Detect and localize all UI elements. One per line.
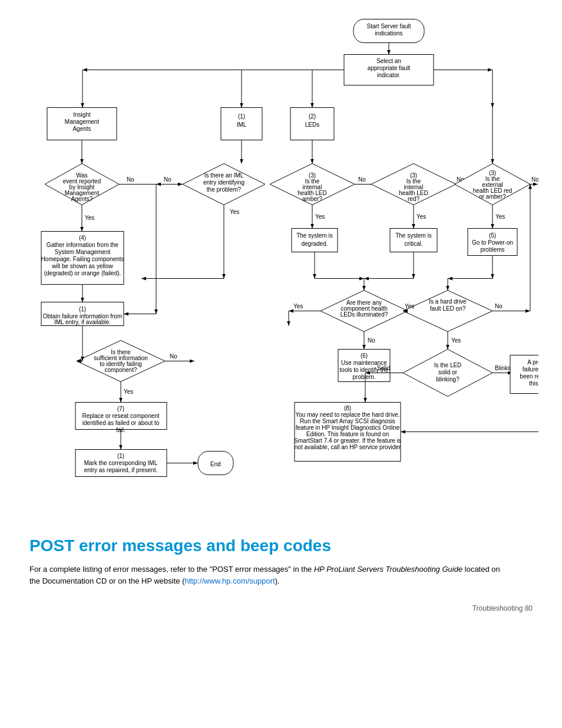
svg-text:Select an: Select an [376, 58, 401, 64]
svg-text:Run the Smart Array SCSI diagn: Run the Smart Array SCSI diagnosis [300, 418, 395, 424]
svg-text:not available, call an HP serv: not available, call an HP service provid… [295, 444, 401, 450]
post-body: For a complete listing of error messages… [29, 564, 513, 587]
svg-text:No: No [531, 176, 538, 183]
svg-text:IML entry, if available.: IML entry, if available. [54, 319, 111, 325]
svg-text:(6): (6) [361, 353, 368, 359]
page: text { font-family: Arial, sans-serif; f… [0, 0, 562, 636]
svg-text:Agents: Agents [72, 126, 91, 132]
svg-text:No: No [495, 303, 503, 309]
svg-text:No: No [368, 337, 375, 344]
svg-text:Agents?: Agents? [71, 196, 93, 202]
svg-text:been received for: been received for [520, 373, 538, 380]
svg-text:A predictive: A predictive [527, 359, 538, 365]
svg-text:(5): (5) [489, 232, 496, 239]
flowchart-container: text { font-family: Arial, sans-serif; f… [24, 12, 538, 519]
svg-text:End: End [210, 461, 221, 467]
svg-text:indications: indications [375, 30, 402, 37]
svg-text:Is the LED: Is the LED [434, 362, 462, 368]
svg-text:indicator.: indicator. [377, 72, 401, 78]
svg-text:degraded.: degraded. [301, 241, 328, 247]
page-number: Troubleshooting 80 [472, 604, 533, 612]
post-link[interactable]: http://www.hp.com/support [185, 577, 275, 585]
svg-text:entry identifying: entry identifying [203, 179, 244, 186]
svg-text:blinking?: blinking? [436, 376, 459, 383]
page-footer: Troubleshooting 80 [24, 598, 538, 612]
svg-text:LEDs: LEDs [305, 121, 319, 128]
svg-text:Yes: Yes [451, 337, 461, 344]
svg-text:Start Server fault: Start Server fault [366, 23, 411, 29]
svg-text:(2): (2) [309, 113, 316, 120]
svg-text:Insight: Insight [73, 111, 91, 118]
svg-text:(4): (4) [79, 235, 86, 241]
svg-text:this drive ,: this drive , [529, 380, 538, 387]
svg-text:Homepage. Failing components: Homepage. Failing components [41, 256, 124, 262]
svg-text:Yes: Yes [405, 303, 414, 309]
svg-text:LEDs illuminated?: LEDs illuminated? [340, 311, 388, 318]
svg-text:Gather information from the: Gather information from the [47, 242, 119, 248]
svg-text:The system is: The system is [395, 232, 432, 239]
post-body-italic: HP ProLiant Servers Troubleshooting Guid… [314, 565, 462, 574]
svg-text:Replace or reseat component: Replace or reseat component [82, 413, 159, 419]
svg-text:The system is: The system is [296, 232, 333, 239]
svg-text:Is there an IML: Is there an IML [204, 172, 244, 179]
post-body-start: For a complete listing of error messages… [29, 565, 314, 574]
svg-text:fault LED on?: fault LED on? [430, 305, 466, 312]
svg-text:IML: IML [237, 121, 247, 128]
svg-text:Yes: Yes [293, 303, 303, 309]
post-title: POST error messages and beep codes [29, 536, 533, 555]
svg-text:Yes: Yes [230, 209, 239, 215]
svg-text:(8): (8) [344, 405, 351, 411]
svg-text:failure alert has: failure alert has [523, 366, 538, 373]
svg-text:entry as repaired, if present.: entry as repaired, if present. [84, 467, 158, 473]
svg-text:(1): (1) [238, 113, 245, 120]
flowchart-svg: text { font-family: Arial, sans-serif; f… [24, 12, 538, 519]
svg-text:(7): (7) [117, 406, 124, 412]
svg-text:(1): (1) [79, 306, 86, 312]
svg-text:appropriate fault: appropriate fault [368, 65, 410, 71]
svg-text:identified as failed or about : identified as failed or about to [82, 420, 160, 426]
svg-text:solid or: solid or [438, 369, 458, 375]
post-section: POST error messages and beep codes For a… [24, 536, 538, 587]
svg-text:Management: Management [65, 118, 100, 125]
svg-text:Go to Power-on: Go to Power-on [472, 239, 513, 246]
svg-text:System Management: System Management [55, 249, 111, 255]
svg-text:No: No [358, 176, 366, 183]
svg-text:critical.: critical. [404, 241, 422, 247]
svg-text:Mark the corresponding IML: Mark the corresponding IML [84, 460, 158, 466]
svg-text:No: No [127, 176, 134, 183]
svg-text:Yes: Yes [416, 213, 426, 220]
svg-text:Is a hard drive: Is a hard drive [429, 298, 467, 305]
svg-text:amber?: amber? [302, 196, 322, 202]
svg-text:You may need to replace the ha: You may need to replace the hard drive. [296, 411, 400, 418]
svg-text:(1): (1) [117, 453, 124, 459]
svg-text:the problem?: the problem? [207, 186, 242, 193]
svg-text:No: No [164, 176, 171, 183]
svg-text:feature in HP Insight Diagnost: feature in HP Insight Diagnostics Online [296, 424, 400, 431]
svg-text:problems: problems [480, 246, 504, 253]
svg-text:Yes: Yes [85, 215, 94, 221]
svg-text:or amber?: or amber? [479, 193, 506, 200]
svg-text:red?: red? [408, 196, 419, 202]
svg-text:Edition. This feature is found: Edition. This feature is found on [306, 431, 389, 437]
svg-text:No: No [170, 353, 177, 360]
svg-text:will be shown as yellow: will be shown as yellow [51, 263, 113, 269]
svg-text:problem.: problem. [353, 374, 376, 380]
svg-text:component?: component? [104, 367, 137, 373]
svg-text:(degraded) or orange (failed).: (degraded) or orange (failed). [44, 270, 121, 276]
svg-text:Yes: Yes [495, 213, 505, 220]
svg-text:Yes: Yes [315, 213, 325, 220]
svg-text:Solid: Solid [377, 365, 390, 371]
svg-text:Yes: Yes [124, 388, 133, 395]
svg-text:SmartStart 7.4 or greater. If : SmartStart 7.4 or greater. If the featur… [294, 437, 401, 444]
